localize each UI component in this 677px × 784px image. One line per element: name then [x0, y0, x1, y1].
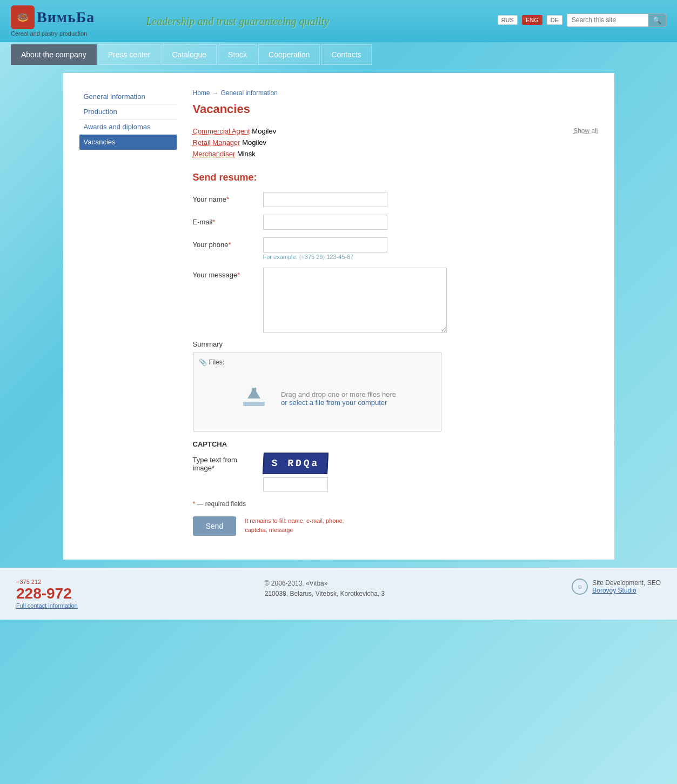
- logo-box: 🍩 ВимьБа: [11, 5, 95, 29]
- upload-icon: [238, 382, 270, 415]
- captcha-input[interactable]: [263, 477, 328, 491]
- navigation: About the company Press center Catalogue…: [0, 44, 677, 65]
- footer-address: © 2006-2013, «Vitba» 210038, Belarus, Vi…: [265, 579, 385, 599]
- show-all-link[interactable]: Show all: [573, 127, 598, 135]
- captcha-image: S RDQa: [262, 453, 328, 474]
- vacancy-link-3[interactable]: Merchandiser: [193, 150, 236, 158]
- logo-subtitle: Cereal and pastry production: [11, 30, 87, 37]
- header: 🍩 ВимьБа Cereal and pastry production Le…: [0, 0, 677, 42]
- email-input[interactable]: [263, 215, 387, 230]
- logo-icon: 🍩: [11, 5, 35, 29]
- lang-eng-button[interactable]: ENG: [522, 15, 542, 25]
- vacancy-link-2[interactable]: Retail Manager: [193, 138, 240, 147]
- upload-text-area: Drag and drop one or more files here or …: [281, 390, 396, 407]
- lang-rus-button[interactable]: RUS: [498, 15, 518, 25]
- breadcrumb: Home → General information: [193, 89, 598, 97]
- required-note: * — required fields: [193, 500, 598, 508]
- phone-label: Your phone*: [193, 237, 258, 249]
- nav-catalogue[interactable]: Catalogue: [162, 44, 217, 65]
- download-icon-svg: [238, 382, 270, 415]
- sidebar-item-vacancies[interactable]: Vacancies: [79, 135, 177, 150]
- name-label: Your name*: [193, 192, 258, 203]
- footer-dev-logo-icon: ⊙: [572, 579, 588, 595]
- footer-dev: ⊙ Site Development, SEO Borovoy Studio: [572, 579, 661, 595]
- captcha-right: S RDQa: [263, 453, 328, 491]
- drag-text: Drag and drop one or more files here: [281, 390, 396, 398]
- phone-col: For example: (+375 29) 123-45-67: [263, 237, 387, 260]
- svg-rect-2: [252, 388, 256, 398]
- form-row-email: E-mail*: [193, 215, 598, 230]
- submit-row: Send It remains to fill: name, e-mail, p…: [193, 516, 598, 536]
- upload-area: Drag and drop one or more files here or …: [199, 371, 435, 426]
- email-label: E-mail*: [193, 215, 258, 226]
- footer-phone-number: 228-972: [16, 585, 78, 602]
- form-row-name: Your name*: [193, 192, 598, 207]
- svg-rect-0: [243, 402, 265, 406]
- vacancy-item-3: Merchandiser Minsk: [193, 150, 574, 158]
- nav-stock[interactable]: Stock: [218, 44, 257, 65]
- vacancy-link-1[interactable]: Commercial Agent: [193, 127, 250, 135]
- summary-label: Summary: [193, 340, 598, 348]
- search-input[interactable]: [567, 14, 648, 26]
- vacancy-location-1-text: Mogilev: [252, 127, 276, 135]
- footer-dev-text: Site Development, SEO Borovoy Studio: [592, 579, 661, 594]
- footer-dev-studio-link[interactable]: Borovoy Studio: [592, 587, 661, 594]
- captcha-section: CAPTCHA Type text from image* S RDQa: [193, 440, 598, 491]
- upload-box[interactable]: 📎 Files: Drag and drop one or more files…: [193, 353, 441, 431]
- upload-files-label: 📎 Files:: [199, 358, 435, 366]
- sidebar-item-production[interactable]: Production: [79, 104, 177, 119]
- nav-cooperation[interactable]: Cooperation: [258, 44, 320, 65]
- select-file-link[interactable]: or select a file from your computer: [281, 398, 387, 407]
- breadcrumb-arrow: →: [212, 89, 219, 97]
- vacancy-items: Commercial Agent Mogilev Retail Manager …: [193, 127, 574, 161]
- form-title: Send resume:: [193, 172, 598, 183]
- breadcrumb-home[interactable]: Home: [193, 89, 210, 97]
- message-textarea[interactable]: [263, 268, 447, 333]
- send-button[interactable]: Send: [193, 516, 237, 536]
- lang-search-row: RUS ENG DE 🔍: [498, 14, 666, 27]
- form-row-message: Your message*: [193, 268, 598, 333]
- footer-phone: +375 212 228-972 Full contact informatio…: [16, 579, 78, 609]
- vacancy-item-2: Retail Manager Mogilev: [193, 138, 574, 147]
- search-box: 🔍: [567, 14, 666, 27]
- vacancy-location-3-text: Minsk: [237, 150, 256, 158]
- sidebar: General information Production Awards an…: [79, 89, 177, 543]
- tagline: Leadership and trust guaranteeing qualit…: [146, 15, 329, 28]
- nav-press[interactable]: Press center: [98, 44, 161, 65]
- message-label: Your message*: [193, 268, 258, 279]
- nav-about[interactable]: About the company: [11, 44, 97, 65]
- vacancy-item-1: Commercial Agent Mogilev: [193, 127, 574, 135]
- header-right: RUS ENG DE 🔍: [391, 14, 666, 29]
- captcha-row: Type text from image* S RDQa: [193, 453, 598, 491]
- vacancies-list: Commercial Agent Mogilev Retail Manager …: [193, 127, 598, 161]
- sidebar-item-general[interactable]: General information: [79, 89, 177, 104]
- content-area: Home → General information Vacancies Com…: [193, 89, 598, 543]
- name-input[interactable]: [263, 192, 387, 207]
- vacancy-location-2-text: Mogilev: [242, 138, 266, 147]
- attach-icon: 📎: [199, 358, 207, 366]
- captcha-label: CAPTCHA: [193, 440, 598, 448]
- footer-contact-link[interactable]: Full contact information: [16, 602, 78, 609]
- phone-input[interactable]: [263, 237, 387, 253]
- captcha-field-label: Type text from image*: [193, 453, 258, 472]
- search-button[interactable]: 🔍: [648, 14, 666, 26]
- lang-de-button[interactable]: DE: [547, 15, 562, 25]
- logo-area: 🍩 ВимьБа Cereal and pastry production: [11, 5, 95, 37]
- phone-hint: For example: (+375 29) 123-45-67: [263, 254, 387, 260]
- footer: +375 212 228-972 Full contact informatio…: [0, 568, 677, 620]
- logo-text: ВимьБа: [37, 9, 95, 26]
- nav-contacts[interactable]: Contacts: [321, 44, 371, 65]
- main-wrapper: General information Production Awards an…: [63, 73, 614, 560]
- sidebar-item-awards[interactable]: Awards and diplomas: [79, 119, 177, 135]
- fill-hint: It remains to fill: name, e-mail, phone,…: [245, 516, 353, 534]
- page-title: Vacancies: [193, 102, 598, 116]
- breadcrumb-current[interactable]: General information: [221, 89, 278, 97]
- form-row-phone: Your phone* For example: (+375 29) 123-4…: [193, 237, 598, 260]
